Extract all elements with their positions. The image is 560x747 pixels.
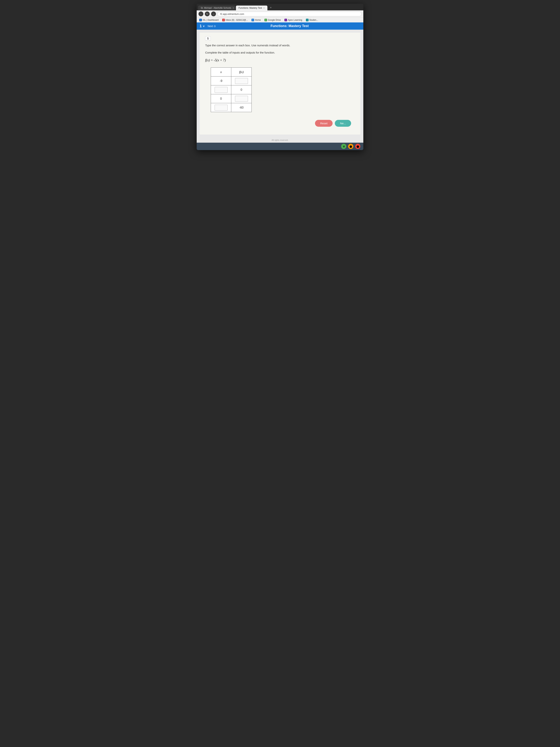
table-cell-x-3: 0 bbox=[211, 94, 231, 103]
footer: All rights reserved. bbox=[197, 137, 363, 143]
tab-label-active: Functions: Mastery Test bbox=[239, 7, 262, 9]
page-title: Functions: Mastery Test bbox=[219, 24, 361, 28]
new-tab-button[interactable]: + bbox=[268, 5, 273, 10]
refresh-button[interactable]: ↻ bbox=[205, 11, 210, 16]
close-tab-icon[interactable]: ✕ bbox=[233, 7, 234, 9]
inbox-icon: M bbox=[222, 19, 225, 21]
next-button-action[interactable]: Ne... bbox=[335, 120, 351, 127]
question-instruction: Type the correct answer in each box. Use… bbox=[205, 43, 355, 48]
address-bar-row: ← ↻ ⌂ bbox=[197, 10, 363, 18]
question-selector[interactable]: 1 ∨ bbox=[199, 24, 205, 28]
table-row: 0 bbox=[211, 85, 252, 94]
chevron-down-icon: ∨ bbox=[203, 25, 205, 28]
action-buttons: Reset Ne... bbox=[205, 118, 355, 129]
x-input-4[interactable] bbox=[215, 105, 228, 111]
table-cell-x-2 bbox=[211, 85, 231, 94]
bookmark-apex-label: Apex Learning bbox=[288, 19, 302, 21]
taskbar-icon-2[interactable]: ⬤ bbox=[348, 144, 353, 149]
table-cell-fx-3 bbox=[231, 94, 252, 103]
taskbar-icon-1[interactable]: 🖥 bbox=[341, 144, 346, 149]
tab-st-michael[interactable]: St. Michael - Abertville Schools ✕ bbox=[198, 5, 235, 10]
ixl-icon: I bbox=[199, 19, 202, 21]
screen-wrapper: St. Michael - Abertville Schools ✕ Funct… bbox=[197, 4, 363, 150]
table-row: -60 bbox=[211, 103, 252, 112]
bookmark-ixl-label: IXL | Dashboard bbox=[203, 19, 218, 21]
x-input-2[interactable] bbox=[215, 87, 228, 93]
gdrive-icon: G bbox=[264, 19, 267, 21]
bookmark-inbox-label: Inbox (8) - 826413@... bbox=[225, 19, 248, 21]
tab-functions-mastery[interactable]: Functions: Mastery Test ✕ bbox=[236, 5, 267, 10]
bookmark-studen-label: Studen... bbox=[309, 19, 318, 21]
browser-chrome: St. Michael - Abertville Schools ✕ Funct… bbox=[197, 4, 363, 22]
col-header-x: x bbox=[211, 68, 231, 77]
home-bm-icon: H bbox=[251, 19, 254, 21]
table-cell-fx-4: -60 bbox=[231, 103, 252, 112]
table-cell-fx-1 bbox=[231, 77, 252, 85]
fx-input-3[interactable] bbox=[235, 96, 248, 102]
apex-icon: A bbox=[285, 19, 287, 21]
question-area: 1 Type the correct answer in each box. U… bbox=[199, 33, 361, 134]
bookmark-studen[interactable]: S Studen... bbox=[305, 18, 319, 22]
fx-input-1[interactable] bbox=[235, 78, 248, 84]
question-prompt: Complete the table of inputs and outputs… bbox=[205, 51, 355, 55]
bookmark-ixl[interactable]: I IXL | Dashboard bbox=[198, 18, 219, 22]
address-input[interactable] bbox=[217, 12, 362, 16]
bookmarks-bar: I IXL | Dashboard M Inbox (8) - 826413@.… bbox=[197, 18, 363, 22]
next-label: Next bbox=[208, 25, 213, 28]
studen-icon: S bbox=[306, 19, 309, 21]
table-row: -9 bbox=[211, 77, 252, 85]
question-number: 1 bbox=[199, 24, 202, 28]
app-nav-bar: 1 ∨ Next ⊙ Functions: Mastery Test bbox=[197, 22, 363, 30]
home-button[interactable]: ⌂ bbox=[211, 11, 216, 16]
function-table: x f(x) -9 bbox=[211, 68, 252, 112]
question-number-badge: 1 bbox=[205, 36, 211, 41]
bookmark-home[interactable]: H Home bbox=[251, 18, 262, 22]
table-cell-fx-2: 0 bbox=[231, 85, 252, 94]
table-cell-x-1: -9 bbox=[211, 77, 231, 85]
table-cell-x-4 bbox=[211, 103, 231, 112]
tab-label: St. Michael - Abertville Schools bbox=[201, 7, 231, 9]
col-header-fx: f(x) bbox=[231, 68, 252, 77]
close-active-tab-icon[interactable]: ✕ bbox=[263, 7, 265, 9]
page-content: 1 ∨ Next ⊙ Functions: Mastery Test 1 Typ… bbox=[197, 22, 363, 143]
bookmark-inbox[interactable]: M Inbox (8) - 826413@... bbox=[221, 18, 248, 22]
tab-bar: St. Michael - Abertville Schools ✕ Funct… bbox=[197, 4, 363, 10]
back-button[interactable]: ← bbox=[198, 11, 203, 16]
next-circle-icon: ⊙ bbox=[214, 25, 216, 28]
bookmark-home-label: Home bbox=[255, 19, 261, 21]
bookmark-gdrive[interactable]: G Google Drive bbox=[264, 18, 282, 22]
table-row: 0 bbox=[211, 94, 252, 103]
system-taskbar: 🖥 ⬤ ⬤ bbox=[197, 143, 363, 150]
bookmark-gdrive-label: Google Drive bbox=[268, 19, 281, 21]
next-button-nav[interactable]: Next ⊙ bbox=[208, 25, 216, 28]
bookmark-apex[interactable]: A Apex Learning bbox=[284, 18, 303, 22]
math-function-display: f(x) = -5(x + 7) bbox=[205, 58, 355, 62]
taskbar-icon-3[interactable]: ⬤ bbox=[355, 144, 361, 149]
reset-button[interactable]: Reset bbox=[315, 120, 332, 127]
